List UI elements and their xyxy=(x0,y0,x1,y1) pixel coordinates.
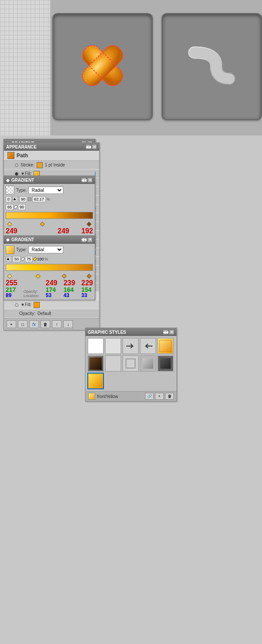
b-val-4-3: 43 xyxy=(63,293,75,298)
stop-d8[interactable] xyxy=(7,274,12,278)
r-val-4-3: 239 xyxy=(63,280,75,287)
gs-link-btn[interactable]: 🔗 xyxy=(145,393,154,400)
swatch-preview-3 xyxy=(6,186,14,194)
b-val-4-1: 89 xyxy=(6,293,17,298)
fx-btn[interactable]: fx xyxy=(29,320,39,328)
square-btn[interactable]: □ xyxy=(18,320,28,328)
graphic-styles-title: GRAPHIC STYLES xyxy=(88,330,126,335)
gradient-icon-4: ◆ xyxy=(6,237,10,242)
minimize-btn-app[interactable]: ◀◀ xyxy=(86,144,91,149)
gradient-panel-4-header: ◆ GRADIENT ◀◀ ✕ xyxy=(4,236,95,244)
gray-style xyxy=(143,358,153,369)
opacity-row-5: Opacity: Default xyxy=(4,309,99,318)
gs-item-7[interactable] xyxy=(105,355,121,372)
down-btn[interactable]: ↓ xyxy=(63,320,73,328)
gradient-bar-4 xyxy=(6,264,93,271)
path-swatch xyxy=(7,152,14,159)
stop-d7[interactable] xyxy=(86,222,91,227)
icon-box-2 xyxy=(162,13,262,120)
fill-row-6: ▼Fill: xyxy=(4,301,99,309)
gs-item-3[interactable] xyxy=(122,338,139,354)
b-val-4-4: 33 xyxy=(81,293,93,298)
gs-new-btn[interactable]: + xyxy=(155,393,164,400)
gs-trash-btn[interactable]: 🗑 xyxy=(165,393,174,400)
gs-item-8[interactable] xyxy=(122,355,139,372)
stop-d10[interactable] xyxy=(62,274,66,278)
type-select-4[interactable]: Radial Linear xyxy=(28,246,63,253)
d-g4-2 xyxy=(33,257,37,261)
close-btn-gs[interactable]: ✕ xyxy=(169,329,174,335)
stop-d11[interactable] xyxy=(86,274,91,278)
r-val-3-r: 192 xyxy=(81,228,93,235)
fill-label-6: ▼Fill: xyxy=(21,302,31,307)
opacity-val-5: Default xyxy=(38,311,52,316)
type-label-3: Type: xyxy=(16,188,27,193)
dark-style xyxy=(160,358,171,369)
panels-container: ◆ GRADIENT ◀◀ ✕ Type: Radial Linear xyxy=(0,135,262,335)
fill-swatch-6[interactable] xyxy=(34,302,40,308)
pos-g3-1[interactable]: 90 xyxy=(19,196,27,202)
pos-g3-2[interactable]: 62.17 xyxy=(32,196,46,202)
gradient-panel-3-header: ◆ GRADIENT ◀◀ ✕ xyxy=(4,176,95,184)
appearance-panel-title: APPEARANCE xyxy=(6,145,37,149)
g-val-4-3: 164 xyxy=(63,287,75,293)
x-icon xyxy=(72,35,133,96)
new-layer-btn[interactable]: + xyxy=(7,320,16,328)
stop-d9[interactable] xyxy=(35,274,40,278)
type-label-4: Type: xyxy=(16,247,27,252)
path-label: Path xyxy=(17,152,28,159)
graphic-styles-panel: GRAPHIC STYLES ◀◀ ✕ xyxy=(85,328,177,402)
gs-item-9[interactable] xyxy=(140,355,156,372)
minimize-btn-g4[interactable]: ◀◀ xyxy=(81,237,86,242)
g-val-4-2: 174 xyxy=(46,287,58,293)
gs-footer: frontYellow 🔗 + 🗑 xyxy=(86,391,176,401)
type-select-3[interactable]: Radial Linear xyxy=(28,187,63,194)
eye-fill-1[interactable] xyxy=(15,172,18,176)
pos-g3-0[interactable]: 0 xyxy=(6,196,11,202)
close-btn-g3[interactable]: ✕ xyxy=(87,177,93,183)
r-val-4-2: 249 xyxy=(46,280,58,287)
stroke-swatch[interactable] xyxy=(37,162,43,168)
fill-label-1: ▼Fill: xyxy=(21,171,31,176)
stop-d6[interactable] xyxy=(40,222,45,227)
up-btn[interactable]: ↑ xyxy=(52,320,62,328)
gs-item-10[interactable] xyxy=(157,355,174,372)
d-g4-1 xyxy=(21,257,25,261)
r-val-4-1: 255 xyxy=(6,280,17,287)
eye-stroke[interactable] xyxy=(15,163,18,167)
angle-icon-3: ▲ xyxy=(12,196,18,202)
minimize-btn-g3[interactable]: ◀◀ xyxy=(81,177,86,183)
stroke-value: 1 pt Inside xyxy=(45,163,65,167)
r-val-4-4: 229 xyxy=(81,280,93,287)
close-btn-app[interactable]: ✕ xyxy=(92,144,97,149)
trash-btn[interactable]: 🗑 xyxy=(41,320,50,328)
eye-fill-6[interactable] xyxy=(15,303,18,307)
opacity-label-5: Opacity: xyxy=(19,311,35,316)
gs-item-2[interactable] xyxy=(105,338,121,354)
frame-style xyxy=(125,358,136,369)
minimize-btn-gs[interactable]: ◀◀ xyxy=(163,329,168,335)
pos-g4-2[interactable]: 75 xyxy=(25,256,33,262)
graphic-styles-header: GRAPHIC STYLES ◀◀ ✕ xyxy=(86,328,176,336)
gs-item-1[interactable] xyxy=(87,338,104,354)
pos-g3-4[interactable]: 90 xyxy=(18,204,26,210)
percent-4: % xyxy=(45,257,48,261)
gs-item-selected[interactable] xyxy=(87,373,104,389)
pos-g4-1[interactable]: 50 xyxy=(13,256,21,262)
preview-grid xyxy=(0,0,50,135)
location-label-4: Location: xyxy=(24,294,40,298)
gradient-panel-4: ◆ GRADIENT ◀◀ ✕ Type: Radial Linear xyxy=(3,235,95,300)
gs-item-4[interactable] xyxy=(140,338,156,354)
icon-box-1 xyxy=(52,13,153,120)
pos-g3-3[interactable]: 65 xyxy=(6,204,14,210)
stop-d5[interactable] xyxy=(7,222,12,227)
opacity-label-4a: Opacity: xyxy=(24,289,40,294)
d-g3-1 xyxy=(14,205,18,209)
gs-item-5[interactable] xyxy=(157,338,174,354)
close-btn-g4[interactable]: ✕ xyxy=(87,237,93,242)
gs-item-6[interactable] xyxy=(87,355,104,372)
connector-1 xyxy=(42,172,96,176)
gradient-panel-4-title: GRADIENT xyxy=(11,237,34,242)
g-val-4-1: 217 xyxy=(6,287,17,293)
appearance-header: APPEARANCE ◀◀ ✕ xyxy=(4,143,99,151)
